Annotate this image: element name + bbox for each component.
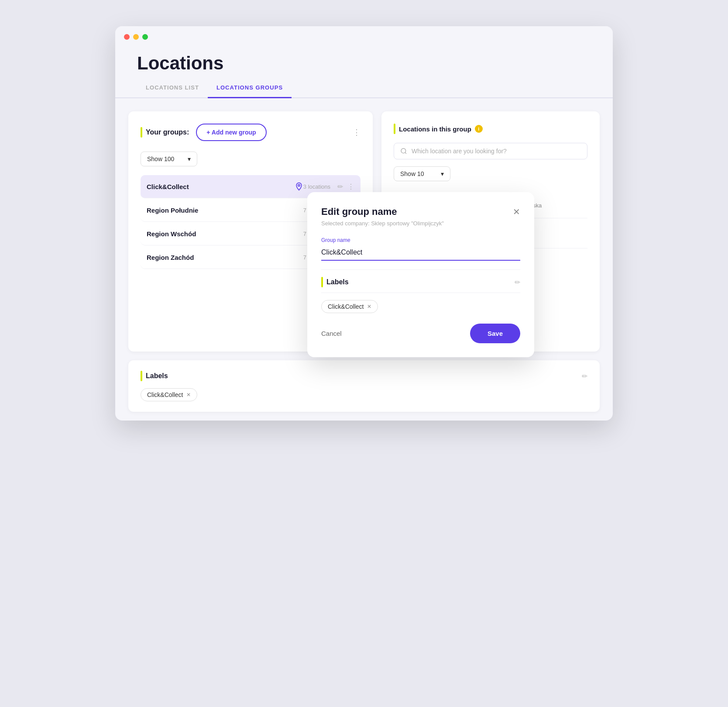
titlebar xyxy=(115,26,613,44)
yellow-accent-bar xyxy=(394,124,395,134)
save-button[interactable]: Save xyxy=(470,324,520,343)
group-actions: ✏ ⋮ xyxy=(337,183,354,191)
more-options-icon[interactable]: ⋮ xyxy=(353,128,361,137)
group-name-field: Group name xyxy=(321,237,520,261)
modal-footer: Cancel Save xyxy=(321,324,520,343)
labels-section: Labels ✏ Click&Collect ✕ xyxy=(128,360,600,412)
page-title: Locations xyxy=(115,44,613,78)
more-icon[interactable]: ⋮ xyxy=(347,183,354,191)
group-name-label: Group name xyxy=(321,237,520,243)
add-new-group-button[interactable]: + Add new group xyxy=(196,124,266,141)
show-count-dropdown[interactable]: Show 100 ▾ xyxy=(141,152,197,166)
search-box[interactable]: Which location are you looking for? xyxy=(394,143,587,159)
cancel-button[interactable]: Cancel xyxy=(321,325,342,341)
svg-point-1 xyxy=(401,148,406,153)
your-groups-label: Your groups: xyxy=(141,127,189,138)
modal-labels-title: Labels xyxy=(321,277,349,287)
pin-icon xyxy=(295,182,303,191)
tab-locations-list[interactable]: LOCATIONS LIST xyxy=(137,78,208,98)
chevron-down-icon: ▾ xyxy=(188,155,191,162)
minimize-dot[interactable] xyxy=(133,34,139,40)
edit-labels-icon[interactable]: ✏ xyxy=(582,372,587,380)
tabs-bar: LOCATIONS LIST LOCATIONS GROUPS xyxy=(115,78,613,98)
modal-subtitle: Selected company: Sklep sportowy "Olimpi… xyxy=(321,220,520,227)
labels-title: Labels xyxy=(141,371,168,381)
app-window: Locations LOCATIONS LIST LOCATIONS GROUP… xyxy=(115,26,613,421)
right-panel-title: Locations in this group i xyxy=(399,125,483,133)
modal-title: Edit group name xyxy=(321,206,397,217)
edit-group-modal: Edit group name ✕ Selected company: Skle… xyxy=(307,192,534,357)
group-name-input[interactable] xyxy=(321,245,520,261)
show-count-dropdown-right[interactable]: Show 10 ▾ xyxy=(394,166,450,181)
yellow-accent-bar xyxy=(141,371,142,381)
modal-labels-header: Labels ✏ xyxy=(321,269,520,293)
labels-header: Labels ✏ xyxy=(141,371,587,381)
edit-modal-labels-icon[interactable]: ✏ xyxy=(515,278,520,286)
label-tag: Click&Collect ✕ xyxy=(141,388,197,401)
panel-header: Your groups: + Add new group ⋮ xyxy=(141,124,361,141)
tab-locations-groups[interactable]: LOCATIONS GROUPS xyxy=(208,78,292,98)
modal-labels-section: Labels ✏ Click&Collect ✕ xyxy=(321,269,520,313)
labels-tags: Click&Collect ✕ xyxy=(141,388,587,401)
modal-close-button[interactable]: ✕ xyxy=(513,207,520,217)
search-icon xyxy=(400,148,407,155)
yellow-accent-bar xyxy=(321,277,323,287)
svg-point-0 xyxy=(298,184,300,186)
info-badge: i xyxy=(475,125,483,133)
modal-tags: Click&Collect ✕ xyxy=(321,300,520,313)
modal-label-tag: Click&Collect ✕ xyxy=(321,300,378,313)
remove-modal-tag-button[interactable]: ✕ xyxy=(367,303,371,310)
modal-header: Edit group name ✕ xyxy=(321,206,520,217)
chevron-down-icon: ▾ xyxy=(441,170,444,177)
right-panel-header: Locations in this group i xyxy=(394,124,587,134)
remove-tag-button[interactable]: ✕ xyxy=(186,392,191,398)
close-dot[interactable] xyxy=(124,34,130,40)
yellow-accent-bar xyxy=(141,127,142,138)
maximize-dot[interactable] xyxy=(142,34,148,40)
edit-icon[interactable]: ✏ xyxy=(337,183,343,191)
svg-line-2 xyxy=(405,152,406,154)
